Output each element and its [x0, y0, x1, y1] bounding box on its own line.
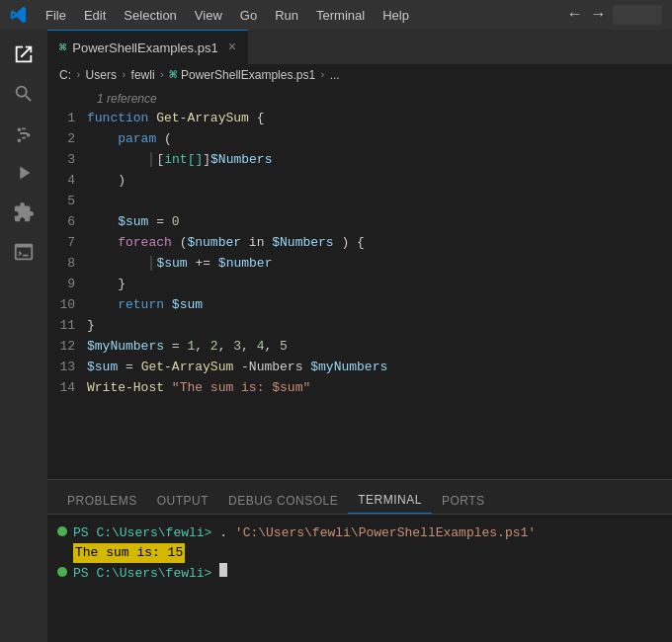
activity-bar [0, 30, 47, 642]
breadcrumb-sep1: › [75, 69, 82, 81]
line-number: 11 [47, 315, 87, 336]
terminal-cursor [219, 563, 227, 577]
menu-terminal[interactable]: Terminal [308, 6, 373, 25]
code-line: 13$sum = Get-ArraySum -Numbers $myNumber… [47, 357, 672, 377]
breadcrumb-ps-icon: ⌘ [169, 67, 177, 83]
code-line: 2 param ( [47, 128, 672, 149]
code-line: 1function Get-ArraySum { [47, 108, 672, 128]
nav-back-button[interactable]: ← [566, 4, 584, 26]
code-line: 3 [int[]]$Numbers [47, 149, 672, 170]
terminal-body[interactable]: PS C:\Users\fewli> . 'C:\Users\fewli\Pow… [47, 515, 672, 642]
vscode-logo [10, 6, 28, 24]
panel-tab-problems[interactable]: PROBLEMS [57, 488, 147, 514]
activity-source-control[interactable] [7, 117, 41, 150]
code-line: 7 foreach ($number in $Numbers ) { [47, 232, 672, 253]
breadcrumb-sep3: › [159, 69, 166, 81]
breadcrumb: C: › Users › fewli › ⌘ PowerShellExample… [47, 64, 672, 86]
line-content: $sum = 0 [87, 211, 180, 232]
line-number: 13 [47, 357, 87, 377]
code-line: 12$myNumbers = 1, 2, 3, 4, 5 [47, 336, 672, 357]
code-editor[interactable]: 1 reference 1function Get-ArraySum {2 pa… [47, 86, 672, 479]
activity-terminal[interactable] [7, 235, 41, 269]
activity-run-debug[interactable] [7, 156, 41, 190]
line-number: 5 [47, 191, 87, 211]
line-number: 12 [47, 336, 87, 357]
breadcrumb-drive: C: [59, 68, 71, 82]
menu-bar: File Edit Selection View Go Run Terminal… [38, 6, 566, 25]
menu-run[interactable]: Run [267, 6, 306, 25]
tab-bar: ⌘ PowerShellExamples.ps1 × [47, 30, 672, 64]
file-tab[interactable]: ⌘ PowerShellExamples.ps1 × [47, 30, 248, 64]
line-content: } [87, 315, 95, 336]
line-number: 4 [47, 170, 87, 191]
terminal-line-3: PS C:\Users\fewli> [57, 563, 662, 584]
line-number: 6 [47, 211, 87, 232]
titlebar-search-box [613, 5, 662, 25]
line-number: 1 [47, 108, 87, 128]
tab-close-button[interactable]: × [228, 40, 236, 55]
activity-search[interactable] [7, 77, 41, 111]
panel-tab-bar: PROBLEMS OUTPUT DEBUG CONSOLE TERMINAL P… [47, 480, 672, 515]
menu-edit[interactable]: Edit [76, 6, 114, 25]
terminal-line-2: The sum is: 15 [57, 543, 662, 563]
tab-ps-icon: ⌘ [59, 40, 66, 55]
menu-view[interactable]: View [187, 6, 230, 25]
code-line: 11} [47, 315, 672, 336]
titlebar: File Edit Selection View Go Run Terminal… [0, 0, 672, 30]
panel-tab-terminal[interactable]: TERMINAL [348, 487, 432, 514]
menu-help[interactable]: Help [375, 6, 417, 25]
nav-forward-button[interactable]: → [589, 4, 607, 26]
menu-selection[interactable]: Selection [116, 6, 184, 25]
terminal-line-1: PS C:\Users\fewli> . 'C:\Users\fewli\Pow… [57, 522, 662, 543]
terminal-prompt-2: PS C:\Users\fewli> [73, 564, 219, 584]
line-content: function Get-ArraySum { [87, 108, 264, 128]
code-line: 4 ) [47, 170, 672, 191]
panel-tab-output[interactable]: OUTPUT [147, 488, 218, 514]
breadcrumb-ellipsis: ... [330, 68, 340, 82]
panel-tab-debug[interactable]: DEBUG CONSOLE [218, 488, 348, 514]
line-number: 2 [47, 128, 87, 149]
line-content: return $sum [87, 294, 203, 315]
line-number: 8 [47, 253, 87, 274]
reference-count: 1 reference [47, 90, 672, 108]
line-number: 3 [47, 149, 87, 170]
main-layout: ⌘ PowerShellExamples.ps1 × C: › Users › … [0, 30, 672, 642]
line-number: 7 [47, 232, 87, 253]
breadcrumb-file: PowerShellExamples.ps1 [181, 68, 315, 82]
menu-go[interactable]: Go [232, 6, 265, 25]
line-content: foreach ($number in $Numbers ) { [87, 232, 365, 253]
panel: PROBLEMS OUTPUT DEBUG CONSOLE TERMINAL P… [47, 479, 672, 642]
activity-explorer[interactable] [7, 38, 41, 71]
line-content: param ( [87, 128, 172, 149]
activity-extensions[interactable] [7, 196, 41, 229]
line-content: [int[]]$Numbers [87, 149, 272, 170]
line-content: ) [87, 170, 126, 191]
breadcrumb-users: Users [86, 68, 117, 82]
panel-tab-ports[interactable]: PORTS [432, 488, 495, 514]
line-content: $sum += $number [87, 253, 272, 274]
code-line: 10 return $sum [47, 294, 672, 315]
line-content: } [87, 274, 126, 294]
line-content: Write-Host "The sum is: $sum" [87, 377, 310, 398]
tab-filename: PowerShellExamples.ps1 [72, 40, 217, 55]
breadcrumb-sep4: › [319, 69, 326, 81]
breadcrumb-sep2: › [121, 69, 127, 81]
terminal-dot-2 [57, 567, 67, 577]
line-content: $myNumbers = 1, 2, 3, 4, 5 [87, 336, 288, 357]
titlebar-nav: ← → [566, 4, 662, 26]
terminal-cmd-dot: . [219, 523, 235, 543]
line-content: $sum = Get-ArraySum -Numbers $myNumbers [87, 357, 387, 377]
line-number: 14 [47, 377, 87, 398]
terminal-prompt-1: PS C:\Users\fewli> [73, 523, 219, 543]
code-line: 14Write-Host "The sum is: $sum" [47, 377, 672, 398]
code-line: 8 $sum += $number [47, 253, 672, 274]
line-number: 9 [47, 274, 87, 294]
code-line: 5 [47, 191, 672, 211]
code-lines-container: 1function Get-ArraySum {2 param (3 [int[… [47, 108, 672, 398]
terminal-output: The sum is: 15 [73, 543, 185, 563]
editor-area: ⌘ PowerShellExamples.ps1 × C: › Users › … [47, 30, 672, 642]
code-line: 9 } [47, 274, 672, 294]
menu-file[interactable]: File [38, 6, 74, 25]
code-line: 6 $sum = 0 [47, 211, 672, 232]
breadcrumb-user: fewli [131, 68, 155, 82]
